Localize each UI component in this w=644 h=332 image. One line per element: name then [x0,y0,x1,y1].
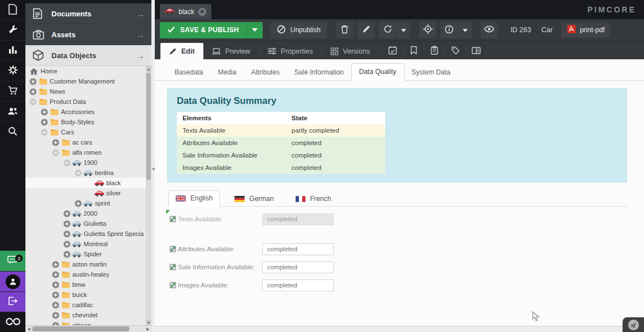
data-tab-system-data[interactable]: System Data [404,64,458,81]
info-button[interactable] [441,22,458,38]
locate-in-tree-button[interactable] [419,22,436,38]
expand-icon[interactable] [51,261,60,268]
data-tab-basedata[interactable]: Basedata [167,64,211,81]
tree-item-gulietta-sprint-specia[interactable]: Gulietta Sprint Specia [25,229,151,239]
expand-icon[interactable] [51,271,60,278]
unpublish-button[interactable]: Unpublish [270,22,327,38]
data-tab-media[interactable]: Media [211,64,244,81]
expand-icon[interactable] [51,302,60,309]
reload-button[interactable] [379,22,396,38]
notes-events-button[interactable] [424,43,445,59]
rail-pimcore-logo[interactable] [0,312,25,332]
expand-icon[interactable] [51,139,60,146]
print-pdf-button[interactable]: print-pdf [562,23,610,38]
rail-button-customers[interactable] [0,102,25,122]
tree-item-black[interactable]: black [25,178,151,188]
scroll-up-icon[interactable]: ▲ [146,66,151,72]
expand-icon[interactable] [40,108,49,116]
tags-button[interactable] [445,43,466,59]
data-tab-sale-information[interactable]: Sale Information [287,64,351,81]
tree-item-sprint[interactable]: sprint [25,198,151,208]
expand-icon[interactable] [62,220,71,228]
application-logger-button[interactable] [466,43,487,59]
delete-button[interactable] [336,22,353,38]
rail-button-logout[interactable] [0,292,25,312]
tree-vertical-scrollbar[interactable]: ▲ ▼ [146,66,151,325]
tree-item-buick[interactable]: buick [25,290,151,300]
tree-item-spider[interactable]: Spider [25,249,151,259]
tree-item-berlina[interactable]: berlina [25,168,151,178]
tree-item-customer-management[interactable]: Customer Management [25,76,151,86]
scroll-down-icon[interactable]: ▼ [146,320,151,325]
tree-item-ac-cars[interactable]: ac cars [25,137,151,147]
field-input-sale-information-available[interactable] [262,261,334,273]
open-tab-black[interactable]: black ✕ [160,4,211,19]
expand-icon[interactable] [62,251,71,258]
tree-item-1900[interactable]: 1900 [25,158,151,168]
tree-item-accessories[interactable]: Accessories [25,107,151,117]
save-menu-caret[interactable] [246,22,263,38]
rename-button[interactable] [358,22,375,38]
data-tab-attributes[interactable]: Attributes [243,64,287,81]
scroll-thumb[interactable] [32,326,129,331]
tree-item-news[interactable]: News [25,86,151,97]
tree-item-chevrolet[interactable]: chevrolet [25,310,151,320]
tree-item-giulietta[interactable]: Giulietta [25,219,151,229]
data-tab-data-quality[interactable]: Data Quality [351,63,404,81]
collapse-icon[interactable] [51,149,60,156]
collapse-icon[interactable] [62,159,71,167]
tree-item-silver[interactable]: silver [25,188,151,198]
rail-button-tools[interactable] [0,20,25,41]
tree-item-austin-healey[interactable]: austin-healey [25,269,151,279]
field-input-attributes-available[interactable] [262,243,334,255]
expand-icon[interactable] [62,210,71,217]
tree-item-bmw[interactable]: bmw [25,279,151,290]
rail-button-documents[interactable] [0,0,25,20]
accordion-documents[interactable]: Documents → [25,3,151,24]
scroll-left-icon[interactable]: ◀ [25,326,32,332]
view-tab-versions[interactable]: Versions [322,43,379,59]
expand-icon[interactable] [51,281,60,289]
rail-button-account[interactable] [0,272,25,292]
tree-item-home[interactable]: Home [25,66,151,76]
scroll-right-icon[interactable]: ▶ [145,326,151,332]
accordion-assets[interactable]: Assets → [25,24,151,45]
tree-item-alfa-romeo[interactable]: alfa romeo [25,147,151,158]
language-tab-german[interactable]: German [228,195,280,206]
tree-item-2000[interactable]: 2000 [25,208,151,219]
tree-item-body-styles[interactable]: Body-Styles [25,117,151,127]
rail-button-notifications[interactable]: 3 [0,251,25,272]
tree-item-aston-martin[interactable]: aston martin [25,259,151,269]
reload-menu-caret[interactable] [397,22,410,38]
rail-button-ecommerce[interactable] [0,81,25,102]
scroll-thumb[interactable] [146,73,151,180]
accordion-data-objects[interactable]: Data Objects → [25,45,151,66]
language-tab-english[interactable]: English [168,190,220,207]
tree-item-citroen[interactable]: citroen [25,320,151,325]
tree-item-cars[interactable]: Cars [25,127,151,137]
rail-button-search[interactable] [0,122,25,142]
tree-item-cadillac[interactable]: cadillac [25,300,151,310]
expand-icon[interactable] [51,312,60,319]
tree-item-montreal[interactable]: Montreal [25,239,151,249]
symfony-toolbar-toggle[interactable]: sf [623,317,644,332]
collapse-icon[interactable] [73,169,82,177]
rail-button-settings[interactable] [0,61,25,81]
tree-horizontal-scrollbar[interactable]: ◀ ▶ [25,325,151,332]
field-input-images-available[interactable] [262,279,334,291]
open-preview-button[interactable] [481,22,498,38]
view-tab-preview[interactable]: Preview [203,43,259,59]
expand-icon[interactable] [28,78,37,85]
language-tab-french[interactable]: French [289,195,338,206]
collapse-handle[interactable]: ◀ [151,161,155,176]
expand-icon[interactable] [62,230,71,238]
info-menu-caret[interactable] [458,22,472,38]
expand-icon[interactable] [51,291,60,299]
expand-icon[interactable] [28,88,37,95]
expand-icon[interactable] [62,241,71,248]
bookmark-button[interactable] [403,43,424,59]
schedule-button[interactable] [382,43,403,59]
view-tab-properties[interactable]: Properties [259,43,322,59]
collapse-icon[interactable] [28,98,37,106]
view-tab-edit[interactable]: Edit [160,43,203,59]
